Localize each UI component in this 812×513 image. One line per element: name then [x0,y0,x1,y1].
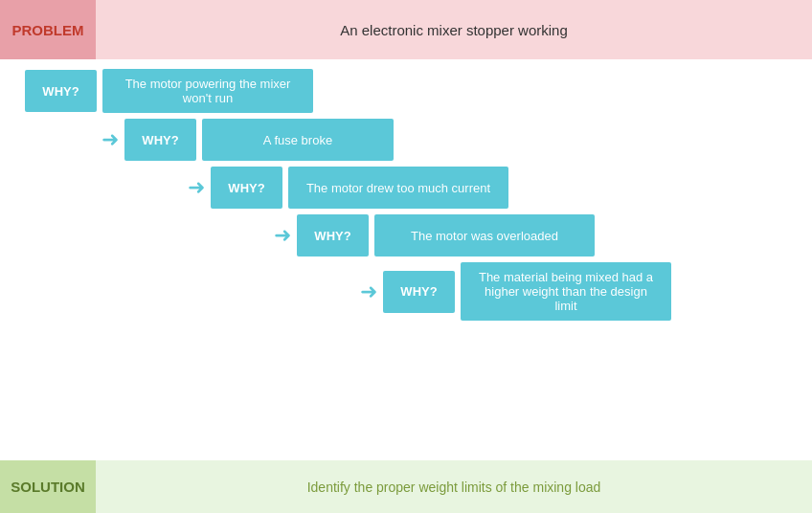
why-row-2: ➜ WHY? A fuse broke [10,119,802,161]
answer-box-5: The material being mixed had a higher we… [461,262,671,321]
why-box-4: WHY? [297,214,369,256]
why-box-2: WHY? [124,119,196,161]
why-box-3: WHY? [211,167,282,209]
solution-row: SOLUTION Identify the proper weight limi… [0,460,812,513]
problem-label: PROBLEM [0,0,96,59]
diagram: PROBLEM An electronic mixer stopper work… [0,0,812,513]
problem-content: An electronic mixer stopper working [96,0,812,59]
why-row-3: ➜ WHY? The motor drew too much current [10,167,802,209]
answer-box-1: The motor powering the mixer won't run [102,69,313,113]
why-box-1: WHY? [25,70,97,112]
arrow-icon-3: ➜ [188,175,205,200]
main-area: WHY? The motor powering the mixer won't … [0,59,812,460]
problem-row: PROBLEM An electronic mixer stopper work… [0,0,812,59]
why-row-4: ➜ WHY? The motor was overloaded [10,214,802,256]
arrow-icon-5: ➜ [360,279,377,304]
solution-content: Identify the proper weight limits of the… [96,460,812,513]
answer-box-3: The motor drew too much current [288,167,508,209]
solution-label: SOLUTION [0,460,96,513]
why-row-1: WHY? The motor powering the mixer won't … [10,69,802,113]
arrow-icon-2: ➜ [102,127,119,152]
answer-box-2: A fuse broke [202,119,394,161]
arrow-icon-4: ➜ [274,223,291,248]
why-box-5: WHY? [383,271,455,313]
answer-box-4: The motor was overloaded [374,214,595,256]
why-row-5: ➜ WHY? The material being mixed had a hi… [10,262,802,321]
